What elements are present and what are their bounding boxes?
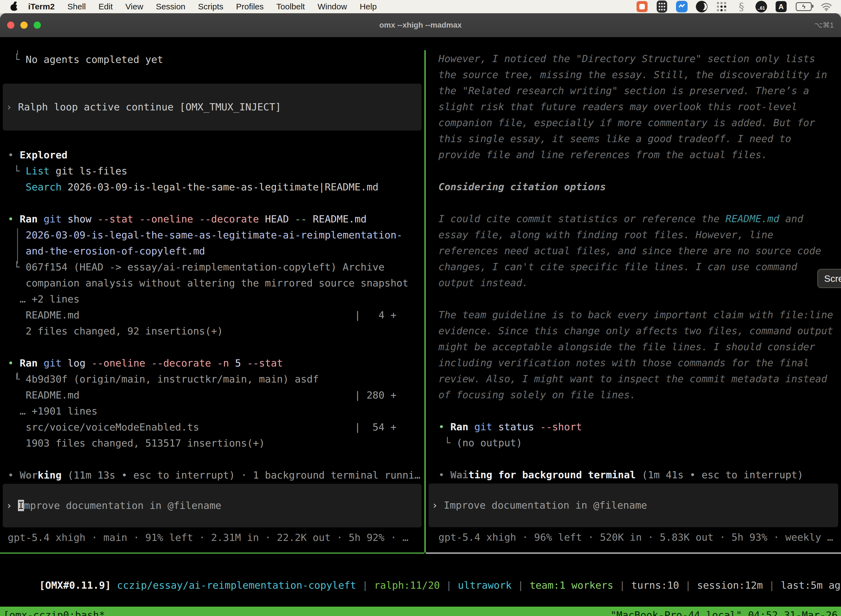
tmux-host-clock: "MacBook-Pro-44.local" 04:52 31-Mar-26 — [610, 607, 838, 616]
text-segment: └ — [438, 437, 456, 449]
squiggle-icon[interactable]: § — [735, 0, 748, 13]
text-segment: ting for background terminal — [468, 469, 636, 481]
text-segment — [8, 181, 26, 193]
text-segment: and-the-erosion-of-copyleft.md — [8, 245, 205, 257]
text-segment: README.md — [313, 213, 367, 224]
title-bar[interactable]: omx --xhigh --madmax ⌥⌘1 — [0, 13, 841, 37]
text-segment: 5 — [235, 357, 241, 369]
thinking-line: slight risk that future readers may over… — [438, 99, 841, 115]
text-segment: • — [438, 421, 450, 433]
terminal-line — [8, 67, 424, 84]
text-segment: Search — [26, 181, 62, 193]
text-segment — [289, 213, 295, 224]
text-segment: 2026-03-09-is-legal-the-same-as-legitima… — [8, 229, 402, 241]
text-segment — [241, 357, 247, 369]
text-segment: team:1 workers — [529, 579, 613, 591]
window-title: omx --xhigh --madmax — [0, 21, 841, 29]
menu-item-help[interactable]: Help — [360, 2, 377, 11]
menu-items: iTerm2ShellEditViewSessionScriptsProfile… — [28, 2, 377, 11]
text-segment: ultrawork — [458, 579, 511, 591]
text-segment: • — [438, 469, 450, 481]
text-segment — [92, 213, 98, 224]
text-segment: changes, I can't cite specific file line… — [438, 261, 797, 273]
keypad-shield-icon[interactable] — [656, 0, 668, 13]
battery-icon[interactable]: ϟ — [795, 0, 813, 13]
wifi-icon[interactable] — [820, 0, 833, 13]
text-segment: › — [432, 500, 444, 511]
text-segment: (11m 13s • esc to interrupt) · 1 backgro… — [67, 469, 420, 481]
text-segment: Improve documentation in @filename — [444, 500, 647, 511]
explored-search: Search 2026-03-09-is-legal-the-same-as-l… — [8, 179, 424, 195]
text-segment: this single essay, it seems like a good … — [438, 133, 791, 144]
a-badge-icon[interactable]: A — [775, 0, 787, 13]
blue-badge-icon[interactable] — [675, 0, 688, 13]
text-segment — [145, 357, 151, 369]
menu-item-edit[interactable]: Edit — [98, 2, 113, 11]
thinking-line: evidence. Since this change only affects… — [438, 323, 841, 339]
text-segment: --short — [540, 421, 582, 433]
text-segment: git — [44, 357, 62, 369]
tmux-inject-banner: › Ralph loop active continue [OMX_TMUX_I… — [3, 84, 422, 131]
text-segment: status — [498, 421, 534, 433]
text-segment: The team guideline is to back every impo… — [438, 309, 833, 320]
screen-tooltip: Scre — [817, 269, 841, 288]
show-filename-1: 2026-03-09-is-legal-the-same-as-legitima… — [8, 227, 424, 243]
text-segment: 067f154 (HEAD -> essay/ai-reimplementati… — [26, 261, 384, 273]
text-segment: evidence. Since this change only affects… — [438, 325, 833, 336]
moon-app-icon[interactable] — [695, 0, 708, 13]
right-terminal-pane[interactable]: However, I noticed the "Directory Struct… — [426, 50, 841, 553]
text-segment: references need actual files, and since … — [438, 245, 821, 257]
text-segment: companion file, especially if more comme… — [438, 117, 815, 128]
ran-git-log: • Ran git log --oneline --decorate -n 5 … — [8, 355, 424, 371]
menu-item-shell[interactable]: Shell — [67, 2, 86, 11]
menu-item-view[interactable]: View — [126, 2, 143, 11]
text-segment: • — [8, 469, 20, 481]
menu-item-profiles[interactable]: Profiles — [236, 2, 264, 11]
thinking-line: review. Also, I might want to inspect th… — [438, 371, 841, 387]
text-segment: • — [8, 213, 20, 224]
terminal-line — [438, 195, 841, 211]
thinking-line: The team guideline is to back every impo… — [438, 307, 841, 323]
dots-grid-icon[interactable] — [715, 0, 728, 13]
text-segment: --decorate — [199, 213, 259, 224]
text-segment: git ls-files — [50, 165, 127, 177]
text-segment — [111, 579, 117, 591]
menu-item-scripts[interactable]: Scripts — [198, 2, 224, 11]
menu-item-toolbelt[interactable]: Toolbelt — [277, 2, 305, 11]
prompt-input-left[interactable]: › Improve documentation in @filename — [3, 484, 422, 527]
apple-logo-icon[interactable] — [10, 2, 18, 11]
text-segment — [534, 421, 540, 433]
menu-item-window[interactable]: Window — [318, 2, 347, 11]
menu-status-icons: § ..61 A ϟ — [636, 0, 833, 13]
log-stat-2: src/voice/voiceModeEnabled.ts | 54 + — [8, 419, 424, 435]
thinking-line: the source tree, missing the essay. Stil… — [438, 67, 841, 83]
text-segment: companion analysis without altering the … — [8, 277, 408, 289]
badge-61-icon[interactable]: ..61 — [755, 0, 768, 13]
terminal-line — [438, 291, 841, 307]
terminal-line — [8, 339, 424, 355]
menu-item-iterm2[interactable]: iTerm2 — [28, 2, 55, 11]
terminal-line — [8, 451, 424, 467]
text-segment: | — [440, 579, 458, 591]
text-segment — [636, 469, 642, 481]
text-segment: cczip/essay/ai-reimplementation-copyleft — [117, 579, 356, 591]
chat-app-icon[interactable] — [636, 0, 648, 13]
text-segment: However, I noticed the "Directory Struct… — [438, 53, 815, 64]
thinking-line: including verification notes with those … — [438, 355, 841, 371]
left-pane-bottom-border — [0, 553, 424, 554]
text-segment: provide file and line references from th… — [438, 149, 767, 160]
text-segment — [468, 421, 474, 433]
text-segment: the source tree, missing the essay. Stil… — [438, 69, 827, 80]
terminal-area[interactable]: └ No agents completed yet › Ralph loop a… — [0, 50, 841, 616]
tree-connector — [17, 228, 18, 264]
log-output-2: … +1901 lines — [8, 403, 424, 419]
left-terminal-pane[interactable]: └ No agents completed yet › Ralph loop a… — [0, 50, 424, 553]
window-shortcut-badge: ⌥⌘1 — [815, 21, 834, 29]
menu-item-session[interactable]: Session — [156, 2, 185, 11]
text-segment: -- — [295, 213, 307, 224]
model-status-right: gpt-5.4 xhigh · 96% left · 520K in · 5.8… — [438, 529, 841, 546]
text-segment: • — [8, 357, 20, 369]
tmux-status-bar: [omx-cczip0:bash* "MacBook-Pro-44.local"… — [0, 607, 841, 616]
thinking-line: provide file and line references from th… — [438, 147, 841, 163]
prompt-input-right[interactable]: › Improve documentation in @filename — [428, 484, 838, 527]
